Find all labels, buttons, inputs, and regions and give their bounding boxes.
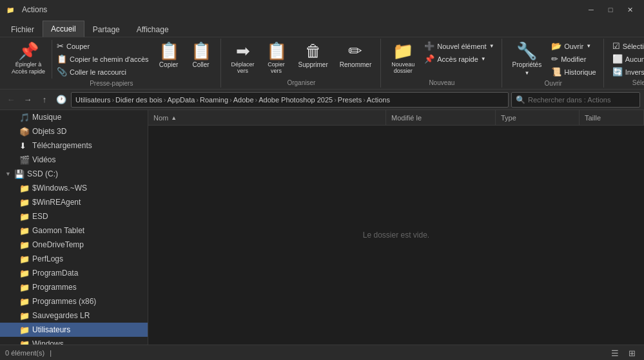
folder-icon: 📁 [19,212,30,222]
paste-icon: 📋 [191,43,211,59]
copy-button[interactable]: 📋 Copier [153,40,184,71]
sidebar-item-gaomon[interactable]: 📁 Gaomon Tablet [0,223,148,238]
select-all-button[interactable]: ☑ Sélectionner tout [609,40,644,52]
breadcrumb-utilisateurs[interactable]: Utilisateurs [75,96,110,104]
up-button[interactable]: ↑ [37,93,52,107]
pin-button[interactable]: 📌 Épingler à Accès rapide [6,40,50,78]
paste-button[interactable]: 📋 Coller [186,40,217,71]
history-button[interactable]: 📜 Historique [548,66,600,78]
copy-to-icon: 📋 [266,43,287,59]
new-folder-button[interactable]: 📁 Nouveau dossier [386,40,420,77]
tab-partage[interactable]: Partage [84,21,128,37]
search-box[interactable]: 🔍 [511,92,640,108]
col-header-size[interactable]: Taille [580,110,644,125]
copy-path-button[interactable]: 📋 Copier le chemin d'accès [54,53,152,65]
delete-button[interactable]: 🗑 Supprimer [293,40,333,71]
sidebar-item-winre[interactable]: 📁 $WinREAgent [0,195,148,209]
invert-selection-button[interactable]: 🔄 Inverser la sélection [609,66,644,78]
copy-to-button[interactable]: 📋 Copier vers [261,40,292,77]
breadcrumb-presets[interactable]: Presets [338,96,362,104]
history-icon: 📜 [551,67,561,77]
breadcrumb-photoshop[interactable]: Adobe Photoshop 2025 [259,96,333,104]
folder-icon: 📁 [19,339,30,345]
tab-affichage[interactable]: Affichage [128,21,177,37]
breadcrumb-bar[interactable]: Utilisateurs › Didier des bois › AppData… [71,92,509,108]
folder-selected-icon: 📁 [19,325,30,335]
rename-icon: ✏ [348,43,362,59]
move-button[interactable]: ➡ Déplacer vers [226,40,260,77]
sidebar-item-programmes[interactable]: 📁 Programmes [0,280,148,294]
cut-button[interactable]: ✂ Couper [54,40,152,52]
sidebar-item-winws[interactable]: 📁 $Windows.~WS [0,181,148,195]
organize-group: ➡ Déplacer vers 📋 Copier vers 🗑 Supprime… [222,39,382,88]
close-button[interactable]: ✕ [621,3,639,16]
breadcrumb-roaming[interactable]: Roaming [200,96,228,104]
sidebar-item-musique[interactable]: 🎵 Musique [0,110,148,124]
back-button[interactable]: ← [4,93,18,107]
tab-fichier[interactable]: Fichier [3,21,43,37]
3d-icon: 📦 [19,127,30,137]
recent-button[interactable]: 🕐 [54,93,68,107]
sidebar-item-3d[interactable]: 📦 Objets 3D [0,124,148,138]
breadcrumb-actions[interactable]: Actions [367,96,390,104]
sidebar-item-windows[interactable]: 📁 Windows [0,337,148,345]
main-content: 🎵 Musique 📦 Objets 3D ⬇ Téléchargements … [0,110,644,345]
folder-icon: 📁 [19,198,30,207]
organize-label: Organiser [226,78,377,86]
open-button[interactable]: 📂 Ouvrir ▼ [548,40,600,52]
edit-button[interactable]: ✏ Modifier [548,53,600,65]
col-header-name[interactable]: Nom ▲ [148,110,386,125]
properties-button[interactable]: 🔧 Propriétés ▼ [507,40,547,79]
col-header-modified[interactable]: Modifié le [386,110,496,125]
address-bar: ← → ↑ 🕐 Utilisateurs › Didier des bois ›… [0,90,644,110]
new-item-button[interactable]: ➕ Nouvel élément ▼ [421,40,497,52]
paste-shortcut-button[interactable]: 📎 Coller le raccourci [54,66,152,78]
new-item-icon: ➕ [424,41,434,51]
app-icon: 📁 [5,5,15,15]
ribbon-tabs: Fichier Accueil Partage Affichage [0,19,644,37]
copy-icon: 📋 [159,43,179,59]
title-bar-icons: 📁 [5,5,15,15]
window-title: Actions [22,5,47,14]
minimize-button[interactable]: ─ [582,3,600,16]
sidebar-item-videos[interactable]: 🎬 Vidéos [0,153,148,167]
ribbon-content: 📌 Épingler à Accès rapide ✂ Couper 📋 Cop… [0,37,644,89]
organize-buttons: ➡ Déplacer vers 📋 Copier vers 🗑 Supprime… [226,40,377,78]
sidebar-item-sauvegardes[interactable]: 📁 Sauvegardes LR [0,308,148,323]
list-view-button[interactable]: ☰ [608,347,622,359]
file-content-empty: Le dossier est vide. [148,126,644,345]
sidebar-item-programdata[interactable]: 📁 ProgramData [0,266,148,280]
tab-accueil[interactable]: Accueil [43,21,84,37]
clipboard-label: Presse-papiers [6,79,217,87]
delete-icon: 🗑 [305,43,322,59]
grid-view-button[interactable]: ⊞ [625,347,639,359]
search-icon: 🔍 [516,95,525,104]
forward-button[interactable]: → [21,93,35,107]
rename-button[interactable]: ✏ Renommer [335,40,376,71]
sidebar-item-ssd[interactable]: ▼ 💾 SSD (C:) [0,167,148,181]
folder-icon: 📁 [19,283,30,292]
new-label: Nouveau [386,78,497,86]
sidebar-item-esd[interactable]: 📁 ESD [0,209,148,223]
sidebar-item-downloads[interactable]: ⬇ Téléchargements [0,138,148,153]
folder-icon: 📁 [19,184,30,193]
search-input[interactable] [528,96,636,104]
select-label: Sélectionner [609,78,644,86]
breadcrumb-appdata[interactable]: AppData [168,96,195,104]
new-buttons: 📁 Nouveau dossier ➕ Nouvel élément ▼ 📌 A… [386,40,497,78]
breadcrumb-didier[interactable]: Didier des bois [115,96,162,104]
sort-asc-icon: ▲ [171,115,177,121]
edit-icon: ✏ [551,54,558,64]
col-header-type[interactable]: Type [496,110,580,125]
view-controls: ☰ ⊞ [608,347,639,359]
maximize-button[interactable]: □ [601,3,620,16]
quick-access-button[interactable]: 📌 Accès rapide ▼ [421,53,497,65]
sidebar-item-onedrive[interactable]: 📁 OneDriveTemp [0,238,148,252]
select-none-button[interactable]: ⬜ Aucun [609,53,644,65]
sidebar-item-programmes86[interactable]: 📁 Programmes (x86) [0,294,148,308]
select-all-icon: ☑ [612,41,620,51]
breadcrumb-adobe[interactable]: Adobe [233,96,254,104]
quick-access-arrow: ▼ [481,56,486,62]
sidebar-item-perflogs[interactable]: 📁 PerfLogs [0,252,148,266]
sidebar-item-utilisateurs[interactable]: 📁 Utilisateurs [0,323,148,337]
